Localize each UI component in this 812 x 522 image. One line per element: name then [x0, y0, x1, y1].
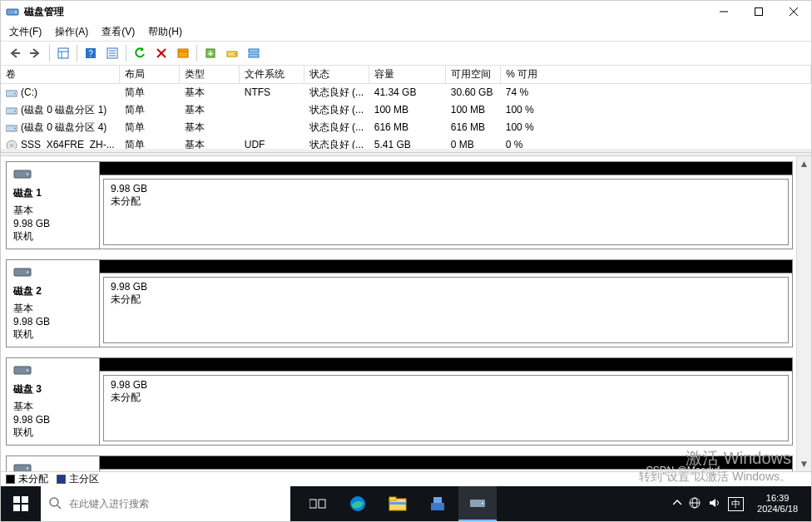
disk-graph: 9.98 GB未分配 [100, 162, 792, 249]
col-capacity[interactable]: 容量 [369, 66, 446, 84]
tray-time: 16:39 [757, 493, 798, 504]
svg-rect-8 [58, 48, 68, 58]
table-row[interactable]: (C:)简单基本NTFS状态良好 (...41.34 GB30.60 GB74 … [1, 83, 811, 101]
disk-type: 基本 [13, 302, 92, 316]
taskbar-search[interactable]: 在此键入进行搜索 [41, 486, 290, 521]
partition-size: 9.98 GB [111, 281, 781, 293]
partition[interactable]: 9.98 GB未分配 [103, 375, 789, 441]
disk-row[interactable]: 磁盘 4 [6, 456, 793, 471]
cell-free: 0 MB [446, 136, 501, 152]
toolbar-separator [196, 45, 197, 62]
menu-help[interactable]: 帮助(H) [141, 23, 189, 41]
forward-button[interactable] [26, 43, 46, 63]
scroll-up-icon[interactable]: ▲ [797, 156, 811, 171]
close-button[interactable] [776, 1, 811, 23]
table-row[interactable]: (磁盘 0 磁盘分区 4)简单基本状态良好 (...616 MB616 MB10… [1, 119, 811, 136]
cell-capacity: 41.34 GB [369, 83, 446, 101]
toolbar-separator [77, 45, 77, 62]
system-tray: 中 16:39 2024/6/18 [666, 486, 811, 521]
network-icon[interactable] [688, 497, 701, 510]
file-explorer-icon[interactable] [379, 486, 417, 521]
svg-rect-46 [22, 505, 28, 511]
disk-graph: 9.98 GB未分配 [100, 260, 792, 347]
delete-icon[interactable] [151, 43, 171, 63]
svg-point-38 [27, 271, 28, 273]
disk-row[interactable]: 磁盘 2基本9.98 GB联机9.98 GB未分配 [6, 259, 793, 347]
disk-type: 基本 [13, 400, 92, 414]
view-list-icon[interactable] [53, 43, 73, 63]
settings-icon[interactable] [173, 43, 193, 63]
ime-indicator[interactable]: 中 [728, 497, 744, 511]
col-volume[interactable]: 卷 [1, 66, 120, 84]
cell-capacity: 5.41 GB [369, 136, 446, 152]
col-fs[interactable]: 文件系统 [240, 66, 304, 84]
maximize-button[interactable] [741, 1, 776, 23]
col-free[interactable]: 可用空间 [446, 66, 501, 84]
properties-icon[interactable] [102, 43, 122, 63]
cell-type: 基本 [180, 119, 240, 136]
col-pct[interactable]: % 可用 [501, 66, 811, 84]
help-icon[interactable]: ? [81, 43, 101, 63]
task-view-button[interactable] [299, 486, 337, 521]
cell-pct: 100 % [501, 101, 811, 119]
scroll-down-icon[interactable]: ▼ [797, 456, 811, 471]
disk-management-taskbar-icon[interactable] [458, 486, 497, 521]
legend-primary: 主分区 [57, 472, 99, 486]
cell-layout: 简单 [120, 83, 180, 101]
partition-state: 未分配 [111, 391, 781, 405]
edge-app-icon[interactable] [339, 486, 377, 521]
tray-chevron-up-icon[interactable] [673, 499, 681, 509]
titlebar: 磁盘管理 [1, 1, 811, 23]
disk-status: 联机 [13, 327, 92, 342]
disk-graph: 9.98 GB未分配 [100, 358, 792, 445]
disk-row[interactable]: 磁盘 3基本9.98 GB联机9.98 GB未分配 [6, 357, 793, 446]
disk-icon [13, 265, 32, 281]
refresh-icon[interactable] [130, 43, 150, 63]
minimize-button[interactable] [706, 1, 741, 23]
volume-icon[interactable] [708, 497, 721, 510]
attach-vhd-icon[interactable] [222, 43, 242, 63]
cell-layout: 简单 [120, 101, 180, 119]
start-button[interactable] [1, 486, 41, 521]
svg-rect-3 [755, 8, 763, 16]
legend-unallocated: 未分配 [6, 472, 48, 486]
detach-vhd-icon[interactable] [244, 43, 264, 63]
disk-row[interactable]: 磁盘 1基本9.98 GB联机9.98 GB未分配 [6, 161, 793, 249]
svg-rect-45 [13, 505, 20, 511]
table-row[interactable]: (磁盘 0 磁盘分区 1)简单基本状态良好 (...100 MB100 MB10… [1, 101, 811, 119]
server-manager-icon[interactable] [418, 486, 457, 521]
disk-header-bar [100, 358, 792, 372]
cell-capacity: 616 MB [369, 119, 446, 136]
disk-size: 9.98 GB [13, 218, 92, 229]
svg-rect-43 [13, 496, 20, 503]
col-layout[interactable]: 布局 [120, 66, 180, 84]
search-placeholder: 在此键入进行搜索 [69, 497, 149, 511]
disk-graph [100, 456, 792, 471]
col-type[interactable]: 类型 [180, 66, 240, 84]
cell-free: 100 MB [446, 101, 501, 119]
svg-rect-56 [433, 497, 442, 503]
back-button[interactable] [4, 43, 24, 63]
col-status[interactable]: 状态 [304, 66, 369, 84]
volume-list-pane[interactable]: 卷 布局 类型 文件系统 状态 容量 可用空间 % 可用 (C:)简单基本NTF… [1, 66, 811, 152]
menu-view[interactable]: 查看(V) [95, 23, 141, 41]
svg-point-30 [14, 110, 16, 111]
partition[interactable]: 9.98 GB未分配 [103, 179, 789, 245]
partition[interactable]: 9.98 GB未分配 [103, 277, 789, 343]
scroll-track[interactable] [797, 171, 811, 456]
svg-rect-53 [389, 497, 396, 500]
tray-clock[interactable]: 16:39 2024/6/18 [750, 493, 805, 515]
svg-point-58 [482, 503, 483, 505]
table-row[interactable]: SSS_X64FRE_ZH-...简单基本UDF状态良好 (...5.41 GB… [1, 136, 811, 152]
menu-file[interactable]: 文件(F) [2, 23, 48, 41]
cell-fs [240, 101, 304, 119]
legend: 未分配 主分区 [1, 471, 811, 486]
new-volume-icon[interactable]: + [201, 43, 220, 63]
svg-rect-54 [389, 502, 406, 505]
menu-action[interactable]: 操作(A) [48, 23, 95, 41]
vertical-scrollbar[interactable]: ▲ ▼ [796, 156, 811, 471]
cell-volume: SSS_X64FRE_ZH-... [1, 136, 120, 152]
app-title: 磁盘管理 [24, 5, 706, 19]
cell-status: 状态良好 (... [304, 101, 369, 119]
cell-capacity: 100 MB [369, 101, 446, 119]
